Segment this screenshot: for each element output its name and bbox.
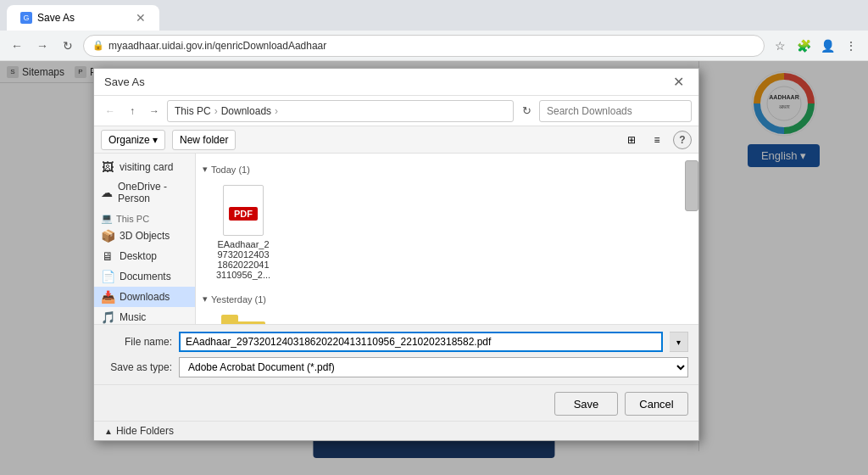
dialog-close-btn[interactable]: ✕ [668,72,688,92]
back-btn[interactable]: ← [7,36,27,56]
filename-label: File name: [104,336,172,348]
dialog-bottom: File name: ▾ Save as type: Adobe Acrobat… [94,324,698,384]
path-back-btn[interactable]: ← [101,102,120,120]
reload-btn[interactable]: ↻ [58,36,78,56]
music-icon: 🎵 [101,310,114,324]
documents-icon: 📄 [101,270,114,283]
dialog-sidebar: 🖼 visiting card ☁ OneDrive - Person 💻 Th… [94,154,196,324]
onedrive-icon: ☁ [101,186,113,199]
file-item-visiting-card[interactable]: visiting card [209,311,277,324]
date-group-today: ▾ Today (1) [203,164,692,175]
path-separator-1: › [214,105,218,117]
today-chevron: ▾ [203,164,208,175]
sidebar-item-onedrive[interactable]: ☁ OneDrive - Person [94,177,195,208]
sidebar-label-3d: 3D Objects [120,230,170,242]
new-folder-btn[interactable]: New folder [172,130,236,150]
organize-btn[interactable]: Organize ▾ [101,130,165,150]
path-forward-btn[interactable]: → [145,102,164,120]
active-tab[interactable]: G Save As ✕ [7,5,159,31]
3d-objects-icon: 📦 [101,229,114,243]
extensions-btn[interactable]: 🧩 [793,36,814,56]
url-text: myaadhaar.uidai.gov.in/qenricDownloadAad… [108,40,326,52]
sidebar-item-downloads[interactable]: 📥 Downloads [94,287,195,307]
hide-folders-label: Hide Folders [116,425,174,437]
sidebar-item-visiting-card[interactable]: 🖼 visiting card [94,157,195,177]
date-group-yesterday: ▾ Yesterday (1) [203,293,692,305]
path-separator-2: › [275,105,278,117]
visiting-card-icon: 🖼 [101,160,114,174]
browser-right-icons: ☆ 🧩 👤 ⋮ [770,36,861,56]
sidebar-item-music[interactable]: 🎵 Music [94,307,195,324]
filename-input[interactable] [179,332,663,352]
sidebar-label-downloads: Downloads [120,291,170,303]
tab-bar: G Save As ✕ [0,0,868,31]
downloads-icon: 📥 [101,290,114,304]
sidebar-label-desktop: Desktop [120,250,157,262]
dialog-title: Save As [104,75,668,88]
path-refresh-btn[interactable]: ↻ [517,102,536,120]
tab-close-btn[interactable]: ✕ [136,11,146,25]
profile-btn[interactable]: 👤 [817,36,837,56]
savetype-label: Save as type: [104,361,172,373]
view-list-btn[interactable]: ≡ [648,131,666,149]
menu-btn[interactable]: ⋮ [841,36,861,56]
file-item-eaadhaar-pdf[interactable]: PDF EAadhaar_297320124031862022041311095… [209,182,277,283]
cancel-btn[interactable]: Cancel [625,392,688,416]
pdf-icon: PDF [223,185,264,236]
dialog-actions: Save Cancel [94,384,698,421]
path-breadcrumb[interactable]: This PC › Downloads › [167,100,514,122]
sidebar-label-visiting-card: visiting card [120,161,173,173]
pdf-filename: EAadhaar_2973201240318620220413110956_2.… [216,239,270,280]
sidebar-label-onedrive: OneDrive - Person [118,181,188,204]
this-pc-icon: 💻 [101,213,113,224]
sidebar-item-documents[interactable]: 📄 Documents [94,266,195,287]
save-btn[interactable]: Save [554,392,618,416]
hide-folders-row[interactable]: ▲ Hide Folders [94,421,698,440]
dialog-toolbar: Organize ▾ New folder ⊞ ≡ ? [94,126,698,154]
savetype-select[interactable]: Adobe Acrobat Document (*.pdf) [179,357,688,377]
help-btn[interactable]: ? [673,131,692,149]
today-label: Today (1) [211,165,250,175]
tab-favicon: G [20,12,32,24]
tab-title: Save As [37,12,131,24]
this-pc-label: This PC [116,214,149,224]
yesterday-chevron: ▾ [203,293,208,305]
dialog-content[interactable]: ▾ Today (1) PDF EAadhaar_297320124031862… [196,154,698,324]
forward-btn[interactable]: → [32,36,53,56]
yesterday-files-grid: visiting card [209,311,692,324]
yesterday-label: Yesterday (1) [211,294,266,305]
dialog-body: 🖼 visiting card ☁ OneDrive - Person 💻 Th… [94,154,698,324]
filename-row: File name: ▾ [104,332,688,352]
scrollbar-thumb[interactable] [685,160,698,211]
view-toggle-btn[interactable]: ⊞ [622,131,641,149]
browser-toolbar: ← → ↻ 🔒 myaadhaar.uidai.gov.in/qenricDow… [0,31,868,61]
sidebar-item-3d-objects[interactable]: 📦 3D Objects [94,226,195,246]
sidebar-item-desktop[interactable]: 🖥 Desktop [94,246,195,266]
bookmark-btn[interactable]: ☆ [770,36,790,56]
pdf-badge: PDF [229,207,258,221]
address-bar[interactable]: 🔒 myaadhaar.uidai.gov.in/qenricDownloadA… [83,35,765,57]
today-files-grid: PDF EAadhaar_297320124031862022041311095… [209,182,692,283]
dialog-titlebar: Save As ✕ [94,69,698,96]
dialog-pathbar: ← ↑ → This PC › Downloads › ↻ [94,96,698,126]
sidebar-label-music: Music [120,311,146,323]
folder-body [221,321,265,324]
savetype-row: Save as type: Adobe Acrobat Document (*.… [104,357,688,377]
desktop-icon: 🖥 [101,249,114,263]
path-this-pc[interactable]: This PC [175,105,211,117]
sidebar-this-pc-header: 💻 This PC [94,208,195,226]
filename-dropdown-btn[interactable]: ▾ [670,332,688,352]
path-downloads[interactable]: Downloads [221,105,271,117]
path-search-input[interactable] [539,100,692,122]
path-up-btn[interactable]: ↑ [123,102,142,120]
dialog-overlay: Save As ✕ ← ↑ → This PC › Downloads › ↻ … [0,61,868,475]
lock-icon: 🔒 [92,40,104,51]
save-as-dialog: Save As ✕ ← ↑ → This PC › Downloads › ↻ … [93,68,699,441]
hide-folders-icon: ▲ [104,427,113,436]
folder-icon-visiting-card [221,315,265,324]
sidebar-label-documents: Documents [120,271,171,282]
